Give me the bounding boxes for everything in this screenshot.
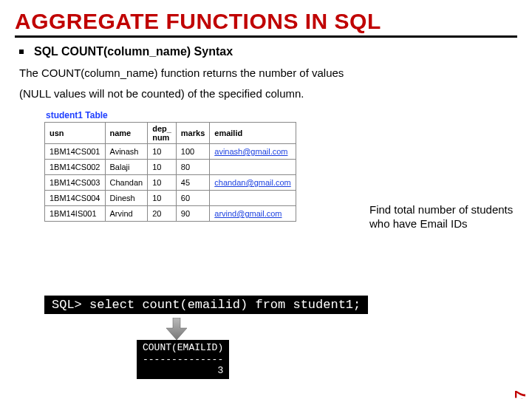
description-line-2: (NULL values will not be counted) of the…	[19, 85, 517, 103]
col-name: name	[105, 123, 148, 144]
cell: 1BM14IS001	[45, 206, 106, 222]
cell: 1BM14CS004	[45, 191, 106, 206]
table-row: 1BM14CS001 Avinash 10 100 avinash@gmail.…	[45, 144, 296, 160]
table-caption: student1 Table	[46, 110, 517, 120]
callout-text: Find total number of students who have E…	[369, 203, 517, 231]
table-row: 1BM14CS003 Chandan 10 45 chandan@gmail.c…	[45, 175, 296, 191]
cell: 20	[148, 206, 177, 222]
slide-title: AGGREGATE FUNCTIONS IN SQL	[15, 9, 517, 34]
table-body: 1BM14CS001 Avinash 10 100 avinash@gmail.…	[45, 144, 296, 222]
bullet-icon	[19, 50, 24, 54]
cell: Avinash	[105, 144, 148, 160]
table-row: 1BM14IS001 Arvind 20 90 arvind@gmail.com	[45, 206, 296, 222]
cell: Balaji	[105, 160, 148, 175]
col-marks: marks	[176, 123, 209, 144]
cell-email: avinash@gmail.com	[210, 144, 296, 160]
cell: 80	[176, 160, 209, 175]
cell: 100	[176, 144, 209, 160]
cell: Dinesh	[105, 191, 148, 206]
result-divider: --------------	[143, 354, 223, 365]
sql-result-block: COUNT(EMAILID) -------------- 3	[137, 340, 229, 379]
email-link: arvind@gmail.com	[214, 209, 282, 218]
col-emailid: emailid	[210, 123, 296, 144]
page-number: 57	[512, 390, 529, 399]
cell: 10	[148, 191, 177, 206]
title-rule	[15, 35, 517, 38]
svg-marker-0	[166, 318, 187, 340]
cell: 60	[176, 191, 209, 206]
description-line-1: The COUNT(column_name) function returns …	[19, 64, 517, 82]
cell: Arvind	[105, 206, 148, 222]
cell: Chandan	[105, 175, 148, 191]
cell: 90	[176, 206, 209, 222]
bullet-row: SQL COUNT(column_name) Syntax	[19, 45, 517, 58]
cell: 1BM14CS003	[45, 175, 106, 191]
student-table: usn name dep_ num marks emailid 1BM14CS0…	[44, 122, 296, 222]
cell-email: arvind@gmail.com	[210, 206, 296, 222]
cell	[210, 191, 296, 206]
cell: 10	[148, 160, 177, 175]
arrow-down-icon	[166, 318, 187, 340]
cell: 10	[148, 175, 177, 191]
subheading: SQL COUNT(column_name) Syntax	[34, 45, 233, 58]
cell-email: chandan@gmail.com	[210, 175, 296, 191]
table-row: 1BM14CS004 Dinesh 10 60	[45, 191, 296, 206]
table-row: 1BM14CS002 Balaji 10 80	[45, 160, 296, 175]
col-depnum: dep_ num	[148, 123, 177, 144]
cell: 45	[176, 175, 209, 191]
sql-query-block: SQL> select count(emailid) from student1…	[44, 296, 368, 314]
cell: 10	[148, 144, 177, 160]
result-header: COUNT(EMAILID)	[143, 342, 223, 353]
result-value: 3	[143, 365, 223, 376]
slide: AGGREGATE FUNCTIONS IN SQL SQL COUNT(col…	[0, 0, 532, 399]
cell	[210, 160, 296, 175]
cell: 1BM14CS001	[45, 144, 106, 160]
table-header-row: usn name dep_ num marks emailid	[45, 123, 296, 144]
email-link: chandan@gmail.com	[214, 178, 291, 187]
col-usn: usn	[45, 123, 106, 144]
cell: 1BM14CS002	[45, 160, 106, 175]
email-link: avinash@gmail.com	[214, 147, 287, 156]
